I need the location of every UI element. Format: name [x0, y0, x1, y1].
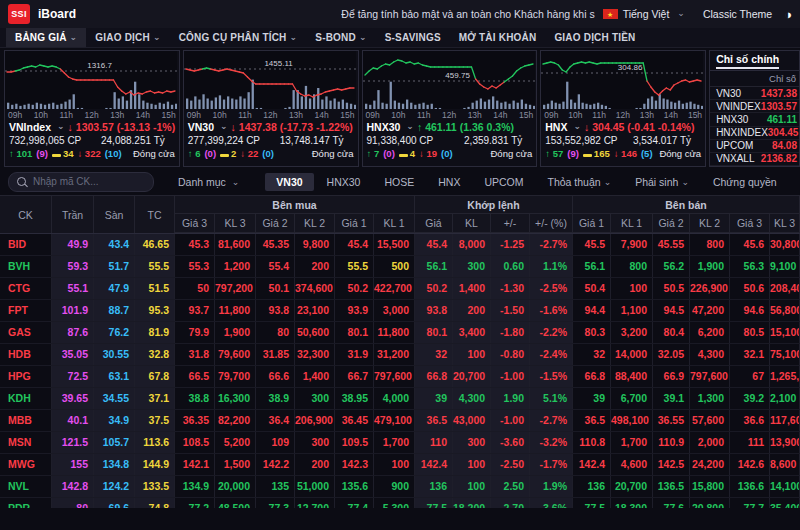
price-cell[interactable]: 77.6: [653, 498, 690, 508]
price-cell[interactable]: 38.9: [256, 388, 295, 409]
price-cell[interactable]: -1.50: [491, 300, 530, 321]
price-cell[interactable]: 135: [256, 476, 295, 497]
tab-phái-sinh[interactable]: Phái sinh⌄: [624, 173, 700, 191]
sidebar-index-row[interactable]: HNX30461.11: [710, 113, 799, 126]
price-cell[interactable]: 1.1%: [530, 256, 573, 277]
price-cell[interactable]: 45.4: [415, 234, 453, 255]
price-cell[interactable]: 142.5: [653, 454, 690, 475]
price-cell[interactable]: 9,800: [295, 234, 335, 255]
price-cell[interactable]: 206,900: [295, 410, 335, 431]
price-cell[interactable]: 87.6: [52, 322, 94, 343]
price-cell[interactable]: 109.5: [335, 432, 374, 453]
tab-hnx30[interactable]: HNX30: [316, 173, 372, 191]
price-cell[interactable]: 50.4: [573, 278, 611, 299]
price-cell[interactable]: 6,700: [611, 388, 653, 409]
price-cell[interactable]: 144.9: [135, 454, 175, 475]
price-cell[interactable]: 4,300: [453, 388, 491, 409]
price-cell[interactable]: 101.9: [52, 300, 94, 321]
price-cell[interactable]: 38.95: [335, 388, 374, 409]
price-cell[interactable]: 36.4: [256, 410, 295, 431]
price-cell[interactable]: 45.4: [335, 234, 374, 255]
price-cell[interactable]: 36.5: [415, 410, 453, 431]
price-cell[interactable]: 136.6: [730, 476, 770, 497]
price-cell[interactable]: 94.5: [653, 300, 690, 321]
price-cell[interactable]: -1.7%: [530, 454, 573, 475]
price-cell[interactable]: 47,200: [690, 300, 730, 321]
price-cell[interactable]: 50: [175, 278, 215, 299]
price-cell[interactable]: 110: [415, 432, 453, 453]
price-cell[interactable]: 75,100: [770, 344, 800, 365]
nav-item-mở-tài-khoản[interactable]: MỞ TÀI KHOẢN: [450, 28, 546, 47]
stock-symbol[interactable]: KDH: [0, 388, 52, 409]
price-cell[interactable]: 39.65: [52, 388, 94, 409]
price-cell[interactable]: 35,400: [770, 498, 800, 508]
price-cell[interactable]: 56.3: [730, 256, 770, 277]
price-cell[interactable]: 108.5: [175, 432, 215, 453]
price-cell[interactable]: 77.4: [335, 498, 374, 508]
price-cell[interactable]: 300: [453, 432, 491, 453]
price-cell[interactable]: 34.55: [94, 388, 135, 409]
price-cell[interactable]: -1.5%: [530, 366, 573, 387]
price-cell[interactable]: 142.3: [335, 454, 374, 475]
search-input[interactable]: [31, 175, 145, 188]
price-cell[interactable]: 80.1: [415, 322, 453, 343]
price-cell[interactable]: 498,100: [611, 410, 653, 431]
price-cell[interactable]: 15,500: [374, 234, 415, 255]
price-cell[interactable]: 226,900: [690, 278, 730, 299]
price-cell[interactable]: -2.4%: [530, 344, 573, 365]
price-cell[interactable]: 37.5: [135, 410, 175, 431]
price-cell[interactable]: 66.6: [256, 366, 295, 387]
tab-hose[interactable]: HOSE: [373, 173, 425, 191]
tab-thỏa-thuận[interactable]: Thỏa thuận⌄: [536, 173, 622, 191]
price-cell[interactable]: 45.5: [573, 234, 611, 255]
stock-symbol[interactable]: BVH: [0, 256, 52, 277]
price-cell[interactable]: 136: [415, 476, 453, 497]
price-cell[interactable]: 50.2: [335, 278, 374, 299]
price-cell[interactable]: 77.7: [730, 498, 770, 508]
sidebar-index-row[interactable]: UPCOM84.08: [710, 140, 799, 153]
price-cell[interactable]: 200: [295, 256, 335, 277]
price-cell[interactable]: 7,900: [611, 234, 653, 255]
price-cell[interactable]: 66.9: [653, 366, 690, 387]
theme-toggle-icon[interactable]: ◑: [784, 8, 792, 21]
price-cell[interactable]: 80.4: [653, 322, 690, 343]
price-cell[interactable]: 18,200: [453, 498, 491, 508]
price-cell[interactable]: 3,000: [374, 300, 415, 321]
price-cell[interactable]: 43.4: [94, 234, 135, 255]
index-name-dropdown[interactable]: HNX30: [367, 121, 401, 133]
price-cell[interactable]: 422,700: [374, 278, 415, 299]
price-cell[interactable]: 32,300: [295, 344, 335, 365]
tab-upcom[interactable]: UPCOM: [473, 173, 534, 191]
sidebar-index-row[interactable]: VNINDEX1303.57: [710, 100, 799, 113]
price-cell[interactable]: 66.8: [573, 366, 611, 387]
tab-hnx[interactable]: HNX: [427, 173, 471, 191]
price-cell[interactable]: 32.05: [653, 344, 690, 365]
stock-symbol[interactable]: CTG: [0, 278, 52, 299]
price-cell[interactable]: 56.2: [653, 256, 690, 277]
price-cell[interactable]: 5,200: [215, 432, 256, 453]
price-cell[interactable]: 4,300: [690, 344, 730, 365]
price-cell[interactable]: 16,300: [215, 388, 256, 409]
price-cell[interactable]: 35.05: [52, 344, 94, 365]
price-cell[interactable]: 1,900: [215, 322, 256, 343]
stock-symbol[interactable]: BID: [0, 234, 52, 255]
price-cell[interactable]: 77.3: [256, 498, 295, 508]
price-cell[interactable]: 45.6: [730, 234, 770, 255]
price-cell[interactable]: 134.8: [94, 454, 135, 475]
price-cell[interactable]: 5,300: [374, 498, 415, 508]
price-cell[interactable]: 200: [295, 454, 335, 475]
price-cell[interactable]: 2.50: [491, 476, 530, 497]
language-selector[interactable]: ★ Tiếng Việt ⌄: [603, 8, 685, 20]
price-cell[interactable]: 100: [611, 278, 653, 299]
price-cell[interactable]: 100: [374, 454, 415, 475]
price-cell[interactable]: 88.7: [94, 300, 135, 321]
stock-symbol[interactable]: FPT: [0, 300, 52, 321]
price-cell[interactable]: 479,100: [374, 410, 415, 431]
price-cell[interactable]: 36.6: [730, 410, 770, 431]
price-cell[interactable]: 55.4: [256, 256, 295, 277]
price-cell[interactable]: 80: [256, 322, 295, 343]
price-cell[interactable]: 43,000: [453, 410, 491, 431]
price-cell[interactable]: 30,800: [770, 234, 800, 255]
price-cell[interactable]: 50.5: [653, 278, 690, 299]
price-cell[interactable]: 50,600: [295, 322, 335, 343]
